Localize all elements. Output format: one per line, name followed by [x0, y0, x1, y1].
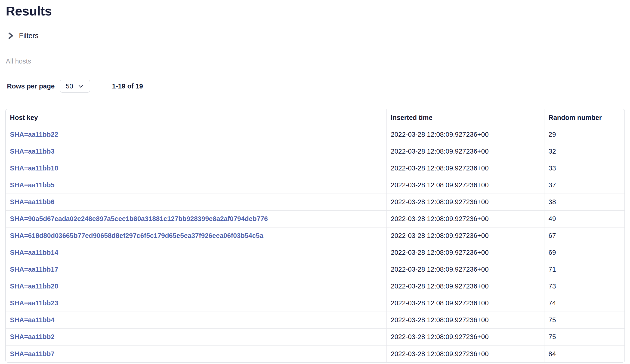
inserted-time-cell: 2022-03-28 12:08:09.927236+00 [386, 126, 544, 143]
filters-label: Filters [19, 32, 38, 40]
host-key-link[interactable]: SHA=aa11bb5 [10, 181, 54, 189]
host-key-cell: SHA=aa11bb5 [6, 177, 386, 193]
inserted-time-cell: 2022-03-28 12:08:09.927236+00 [386, 177, 544, 193]
host-key-link[interactable]: SHA=aa11bb4 [10, 316, 54, 324]
chevron-right-icon [8, 32, 14, 39]
random-number-cell: 33 [544, 160, 624, 177]
host-key-link[interactable]: SHA=aa11bb14 [10, 249, 58, 256]
inserted-time-cell: 2022-03-28 12:08:09.927236+00 [386, 278, 544, 295]
random-number-cell: 74 [544, 295, 624, 312]
host-key-link[interactable]: SHA=aa11bb7 [10, 350, 54, 358]
host-key-cell: SHA=aa11bb7 [6, 345, 386, 362]
results-table-card: Host key Inserted time Random number SHA… [5, 109, 625, 363]
host-key-cell: SHA=aa11bb20 [6, 278, 386, 295]
results-table: Host key Inserted time Random number SHA… [6, 109, 624, 362]
host-key-cell: SHA=aa11bb6 [6, 193, 386, 210]
host-key-cell: SHA=aa11bb3 [6, 143, 386, 160]
inserted-time-cell: 2022-03-28 12:08:09.927236+00 [386, 193, 544, 210]
inserted-time-cell: 2022-03-28 12:08:09.927236+00 [386, 210, 544, 227]
table-row: SHA=aa11bb6 2022-03-28 12:08:09.927236+0… [6, 193, 624, 210]
table-row: SHA=aa11bb7 2022-03-28 12:08:09.927236+0… [6, 345, 624, 362]
host-key-link[interactable]: SHA=aa11bb2 [10, 333, 54, 341]
random-number-cell: 71 [544, 261, 624, 278]
chevron-down-icon [77, 83, 84, 90]
random-number-cell: 49 [544, 210, 624, 227]
random-number-cell: 67 [544, 227, 624, 244]
pagination-range: 1-19 of 19 [112, 82, 143, 90]
host-key-link[interactable]: SHA=aa11bb3 [10, 148, 54, 155]
inserted-time-cell: 2022-03-28 12:08:09.927236+00 [386, 143, 544, 160]
inserted-time-cell: 2022-03-28 12:08:09.927236+00 [386, 160, 544, 177]
host-key-cell: SHA=aa11bb17 [6, 261, 386, 278]
random-number-cell: 29 [544, 126, 624, 143]
host-key-cell: SHA=aa11bb10 [6, 160, 386, 177]
rows-per-page-label: Rows per page [7, 82, 54, 90]
table-row: SHA=aa11bb22 2022-03-28 12:08:09.927236+… [6, 126, 624, 143]
rows-per-page-value: 50 [66, 82, 73, 90]
filters-toggle[interactable]: Filters [8, 31, 630, 40]
host-key-link[interactable]: SHA=aa11bb20 [10, 282, 58, 290]
host-key-link[interactable]: SHA=90a5d67eada02e248e897a5cec1b80a31881… [10, 215, 268, 222]
host-key-cell: SHA=aa11bb14 [6, 244, 386, 261]
host-key-cell: SHA=aa11bb23 [6, 295, 386, 312]
column-header-host-key: Host key [6, 109, 386, 126]
inserted-time-cell: 2022-03-28 12:08:09.927236+00 [386, 295, 544, 312]
random-number-cell: 69 [544, 244, 624, 261]
host-key-cell: SHA=aa11bb4 [6, 312, 386, 329]
host-key-link[interactable]: SHA=aa11bb10 [10, 165, 58, 172]
table-row: SHA=aa11bb5 2022-03-28 12:08:09.927236+0… [6, 177, 624, 193]
table-row: SHA=aa11bb3 2022-03-28 12:08:09.927236+0… [6, 143, 624, 160]
host-key-cell: SHA=618d80d03665b77ed90658d8ef297c6f5c17… [6, 227, 386, 244]
inserted-time-cell: 2022-03-28 12:08:09.927236+00 [386, 227, 544, 244]
inserted-time-cell: 2022-03-28 12:08:09.927236+00 [386, 244, 544, 261]
table-row: SHA=90a5d67eada02e248e897a5cec1b80a31881… [6, 210, 624, 227]
table-row: SHA=aa11bb10 2022-03-28 12:08:09.927236+… [6, 160, 624, 177]
random-number-cell: 75 [544, 312, 624, 329]
random-number-cell: 32 [544, 143, 624, 160]
inserted-time-cell: 2022-03-28 12:08:09.927236+00 [386, 312, 544, 329]
random-number-cell: 84 [544, 345, 624, 362]
inserted-time-cell: 2022-03-28 12:08:09.927236+00 [386, 261, 544, 278]
host-key-link[interactable]: SHA=aa11bb6 [10, 198, 54, 205]
host-key-cell: SHA=90a5d67eada02e248e897a5cec1b80a31881… [6, 210, 386, 227]
table-row: SHA=aa11bb23 2022-03-28 12:08:09.927236+… [6, 295, 624, 312]
host-key-link[interactable]: SHA=aa11bb23 [10, 299, 58, 307]
host-key-link[interactable]: SHA=aa11bb17 [10, 266, 58, 273]
table-row: SHA=618d80d03665b77ed90658d8ef297c6f5c17… [6, 227, 624, 244]
random-number-cell: 75 [544, 329, 624, 345]
table-row: SHA=aa11bb17 2022-03-28 12:08:09.927236+… [6, 261, 624, 278]
table-row: SHA=aa11bb14 2022-03-28 12:08:09.927236+… [6, 244, 624, 261]
host-key-cell: SHA=aa11bb22 [6, 126, 386, 143]
host-key-link[interactable]: SHA=618d80d03665b77ed90658d8ef297c6f5c17… [10, 232, 264, 239]
pagination-controls: Rows per page 50 1-19 of 19 [7, 80, 630, 93]
host-key-link[interactable]: SHA=aa11bb22 [10, 131, 58, 138]
rows-per-page-select[interactable]: 50 [60, 80, 90, 93]
random-number-cell: 38 [544, 193, 624, 210]
table-row: SHA=aa11bb4 2022-03-28 12:08:09.927236+0… [6, 312, 624, 329]
column-header-random-number: Random number [544, 109, 624, 126]
host-key-cell: SHA=aa11bb2 [6, 329, 386, 345]
hosts-scope-text: All hosts [6, 57, 630, 65]
table-row: SHA=aa11bb2 2022-03-28 12:08:09.927236+0… [6, 329, 624, 345]
table-body: SHA=aa11bb22 2022-03-28 12:08:09.927236+… [6, 126, 624, 362]
page-title: Results [6, 4, 630, 18]
random-number-cell: 73 [544, 278, 624, 295]
column-header-inserted-time: Inserted time [386, 109, 544, 126]
inserted-time-cell: 2022-03-28 12:08:09.927236+00 [386, 345, 544, 362]
inserted-time-cell: 2022-03-28 12:08:09.927236+00 [386, 329, 544, 345]
random-number-cell: 37 [544, 177, 624, 193]
table-header-row: Host key Inserted time Random number [6, 109, 624, 126]
table-row: SHA=aa11bb20 2022-03-28 12:08:09.927236+… [6, 278, 624, 295]
